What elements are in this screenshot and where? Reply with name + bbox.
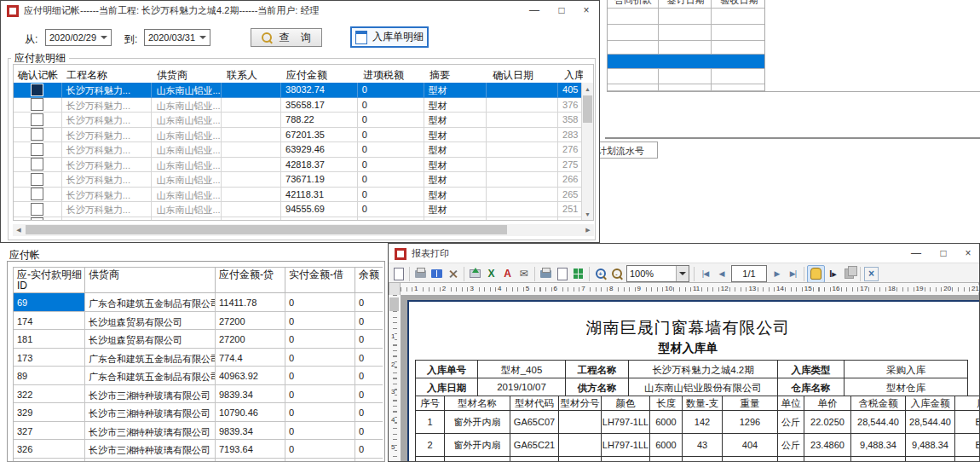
next-page-icon[interactable]: ▶ <box>769 266 785 282</box>
single-page-icon[interactable] <box>554 266 570 282</box>
scroll-left-icon[interactable]: ◀ <box>13 224 25 235</box>
payable-detail-row[interactable]: 长沙万科魅力...山东南山铝业...42818.370型材275 <box>14 158 581 173</box>
payable-detail-row[interactable]: 长沙万科魅力...山东南山铝业...3895.840型材250 <box>14 217 581 221</box>
inbound-detail-button[interactable]: 入库单明细 <box>350 26 429 48</box>
maximize-button[interactable]: □ <box>548 2 575 20</box>
payables-row[interactable]: 89广东合和建筑五金制品有限公司40963.9200 <box>14 367 383 385</box>
confirm-checkbox[interactable] <box>31 173 43 186</box>
export-icon[interactable] <box>467 266 483 282</box>
cell-supplier: 长沙坦森贸易有限公司 <box>85 312 216 331</box>
cell-amount: 35658.17 <box>281 98 358 113</box>
zoom-out-icon[interactable]: - <box>608 266 625 282</box>
confirm-checkbox[interactable] <box>31 84 43 96</box>
chevron-down-icon[interactable] <box>196 30 210 45</box>
ruler-number: 20 <box>943 285 952 292</box>
book-icon[interactable] <box>429 266 445 282</box>
payable-detail-row[interactable]: 长沙万科魅力...山东南山铝业...42118.310型材265 <box>14 188 581 203</box>
multi-page-icon[interactable] <box>570 266 586 282</box>
horizontal-scrollbar[interactable]: ◀ ▶ <box>13 224 594 236</box>
payable-detail-row[interactable]: 长沙万科魅力...山东南山铝业...67201.350型材283 <box>14 128 581 143</box>
confirm-checkbox[interactable] <box>31 143 43 156</box>
text-select-icon[interactable]: I▸ <box>825 266 841 282</box>
payables-row[interactable]: 长沙市三湘特种玻璃有限公司 <box>14 459 383 462</box>
payables-row[interactable]: 174长沙坦森贸易有限公司2720000 <box>14 312 383 331</box>
cell-contact <box>222 128 281 143</box>
tools-icon[interactable] <box>445 266 461 282</box>
background-grid-cell <box>608 9 659 24</box>
item-cell: 28,544.40 <box>851 411 906 434</box>
background-grid-cell <box>712 55 764 68</box>
payable-detail-row[interactable]: 长沙万科魅力...山东南山铝业...788.220型材358 <box>14 113 581 128</box>
scroll-down-icon[interactable]: ▼ <box>582 208 593 220</box>
ruler-number: 6 <box>553 285 558 292</box>
maximize-button[interactable]: □ <box>930 245 957 263</box>
scrollbar-thumb[interactable] <box>26 225 507 234</box>
close-preview-icon[interactable]: × <box>863 266 879 282</box>
item-cell: GA65C07 <box>510 411 559 434</box>
last-page-icon[interactable]: ▶| <box>785 266 801 282</box>
confirm-checkbox[interactable] <box>31 113 43 126</box>
payables-row[interactable]: 173广东合和建筑五金制品有限公司774.400 <box>14 349 383 367</box>
confirm-checkbox[interactable] <box>31 203 43 216</box>
payable-detail-row[interactable]: 长沙万科魅力...山东南山铝业...38032.740型材405 <box>14 83 581 98</box>
minimize-button[interactable]: — <box>521 2 548 20</box>
chevron-down-icon[interactable] <box>97 30 111 45</box>
hand-tool-icon[interactable] <box>807 265 825 283</box>
payables-row[interactable]: 322长沙市三湘特种玻璃有限公司9839.3400 <box>14 385 383 404</box>
page-layout-icon[interactable] <box>390 266 406 282</box>
cell-contact <box>222 142 281 158</box>
chevron-down-icon[interactable] <box>676 266 689 281</box>
close-button[interactable]: × <box>575 2 597 20</box>
cell-amount: 73671.19 <box>281 172 358 188</box>
vertical-scrollbar[interactable]: ▲ ▼ <box>581 83 593 220</box>
confirm-checkbox[interactable] <box>31 158 43 170</box>
copy-pages-icon[interactable] <box>841 266 857 282</box>
prev-page-icon[interactable]: ◀ <box>713 266 729 282</box>
confirm-checkbox[interactable] <box>31 98 43 111</box>
zoom-value: 100% <box>627 269 676 279</box>
minimize-button[interactable]: — <box>902 245 930 263</box>
ruler-number: 17 <box>859 285 868 292</box>
excel-export-icon[interactable]: X <box>483 266 499 282</box>
cell-contact <box>222 158 281 173</box>
zoom-in-icon[interactable]: + <box>592 266 608 282</box>
scroll-up-icon[interactable]: ▲ <box>582 83 593 95</box>
confirm-checkbox[interactable] <box>31 217 43 220</box>
zoom-select[interactable]: 100% <box>626 265 689 282</box>
confirm-checkbox[interactable] <box>31 128 43 141</box>
scrollbar-thumb[interactable] <box>583 95 592 123</box>
to-date-select[interactable]: 2020/03/31 <box>144 29 210 46</box>
scroll-right-icon[interactable]: ▶ <box>582 224 594 235</box>
cell-summary: 型材 <box>424 98 487 113</box>
confirm-checkbox[interactable] <box>31 188 43 200</box>
payables-row[interactable]: 327长沙市三湘特种玻璃有限公司9839.3400 <box>14 422 383 441</box>
payable-detail-row[interactable]: 长沙万科魅力...山东南山铝业...73671.190型材266 <box>14 172 581 188</box>
report-item-table: 序号型材名称型材代码型材分号颜色长度数量-支重量单位单价含税金额入库金额库房库位… <box>415 396 980 462</box>
first-page-icon[interactable]: |◀ <box>697 266 713 282</box>
print-icon[interactable] <box>412 266 429 282</box>
payables-row[interactable]: 326长沙市三湘特种玻璃有限公司7193.6400 <box>14 440 383 459</box>
payables-row[interactable]: 181长沙坦森贸易有限公司2720000 <box>14 330 383 349</box>
item-column-header: 重量 <box>723 396 778 411</box>
scrollbar-thumb[interactable] <box>389 297 399 311</box>
ruler-number: 10 <box>664 285 673 292</box>
cell-balance: 0 <box>355 293 383 312</box>
payables-row[interactable]: 69广东合和建筑五金制品有限公司11411.7800 <box>14 293 383 312</box>
mail-icon[interactable]: ✉ <box>516 266 532 282</box>
page-number-input[interactable]: 1/1 <box>731 265 767 282</box>
from-date-value: 2020/02/29 <box>46 32 97 43</box>
print-setup-icon[interactable] <box>538 266 554 282</box>
close-button[interactable]: × <box>957 245 979 263</box>
query-button[interactable]: 查 询 <box>251 28 322 47</box>
pdf-export-icon[interactable]: A <box>499 266 516 282</box>
print-preview-area[interactable]: 湖南巨晟门窗幕墙有限公司 型材入库单 入库单号型材_405工程名称长沙万科魅力之… <box>401 295 979 461</box>
background-contract-grid: 合同价款 签订日期 验收日期 <box>607 0 765 91</box>
payable-detail-row[interactable]: 长沙万科魅力...山东南山铝业...94555.690型材251 <box>14 202 581 217</box>
payables-row[interactable]: 329长沙市三湘特种玻璃有限公司10790.4600 <box>14 403 383 422</box>
item-cell: 142 <box>683 411 723 434</box>
from-date-select[interactable]: 2020/02/29 <box>45 29 112 46</box>
cell-credit: 0 <box>285 349 355 367</box>
payable-detail-row[interactable]: 长沙万科魅力...山东南山铝业...63929.460型材276 <box>14 142 581 158</box>
payable-detail-row[interactable]: 长沙万科魅力...山东南山铝业...35658.170型材376 <box>14 98 581 113</box>
ruler-number: 16 <box>832 285 841 292</box>
